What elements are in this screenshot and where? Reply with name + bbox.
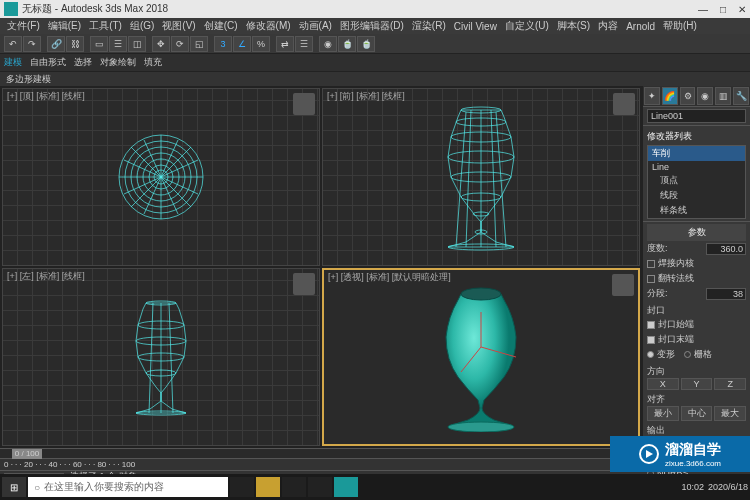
segments-spinner[interactable]: 38 [706,288,746,300]
ribbon-tab-objpaint[interactable]: 对象绘制 [100,56,136,69]
taskbar-app-browser[interactable] [308,477,332,497]
watermark-text: 溜溜自学 [665,441,721,459]
params-rollout-title[interactable]: 参数 [647,224,746,241]
menu-group[interactable]: 组(G) [127,19,157,33]
menu-view[interactable]: 视图(V) [159,19,198,33]
menu-animation[interactable]: 动画(A) [296,19,335,33]
viewcube-icon[interactable] [613,93,635,115]
menu-modifiers[interactable]: 修改器(M) [243,19,294,33]
taskbar-search[interactable]: ○ 在这里输入你要搜索的内容 [28,477,228,497]
link-button[interactable]: 🔗 [47,36,65,52]
window-titlebar: 无标题 - Autodesk 3ds Max 2018 — □ ✕ [0,0,750,18]
menu-script[interactable]: 脚本(S) [554,19,593,33]
move-button[interactable]: ✥ [152,36,170,52]
flip-normals-checkbox[interactable] [647,275,655,283]
start-button[interactable]: ⊞ [2,477,26,497]
modifier-list-label[interactable]: 修改器列表 [647,128,746,145]
select-button[interactable]: ▭ [90,36,108,52]
cap-start-checkbox[interactable] [647,321,655,329]
select-name-button[interactable]: ☰ [109,36,127,52]
dir-z-button[interactable]: Z [714,378,746,390]
taskbar-app-screenshot[interactable] [282,477,306,497]
dir-x-button[interactable]: X [647,378,679,390]
menu-create[interactable]: 创建(C) [201,19,241,33]
align-min-button[interactable]: 最小 [647,406,679,421]
ribbon-tab-freeform[interactable]: 自由形式 [30,56,66,69]
hierarchy-tab-icon[interactable]: ⚙ [680,87,696,105]
scale-button[interactable]: ◱ [190,36,208,52]
menu-graph[interactable]: 图形编辑器(D) [337,19,407,33]
angle-snap-button[interactable]: ∠ [233,36,251,52]
taskbar-app-explorer[interactable] [256,477,280,497]
windows-taskbar: ⊞ ○ 在这里输入你要搜索的内容 10:02 2020/6/18 [0,474,750,500]
undo-button[interactable]: ↶ [4,36,22,52]
menu-tools[interactable]: 工具(T) [86,19,125,33]
menu-edit[interactable]: 编辑(E) [45,19,84,33]
minimize-button[interactable]: — [698,4,708,15]
viewport-top[interactable]: [+] [顶] [标准] [线框] [2,88,320,266]
stack-item-line[interactable]: Line [648,161,745,173]
menu-help[interactable]: 帮助(H) [660,19,700,33]
stack-item-segment[interactable]: 线段 [648,188,745,203]
viewport-perspective[interactable]: [+] [透视] [标准] [默认明暗处理] [322,268,640,446]
object-name-field[interactable]: Line001 [647,109,746,123]
menu-arnold[interactable]: Arnold [623,21,658,32]
degrees-spinner[interactable]: 360.0 [706,243,746,255]
display-tab-icon[interactable]: ▥ [715,87,731,105]
utilities-tab-icon[interactable]: 🔧 [733,87,749,105]
task-view-icon[interactable] [230,477,254,497]
rotate-button[interactable]: ⟳ [171,36,189,52]
morph-radio[interactable] [647,351,654,358]
viewport-left[interactable]: [+] [左] [标准] [线框] [2,268,320,446]
menu-render[interactable]: 渲染(R) [409,19,449,33]
window-title: 无标题 - Autodesk 3ds Max 2018 [22,2,698,16]
menu-content[interactable]: 内容 [595,19,621,33]
viewcube-icon[interactable] [612,274,634,296]
modify-tab-icon[interactable]: 🌈 [662,87,678,105]
mirror-button[interactable]: ⇄ [276,36,294,52]
stack-item-vertex[interactable]: 顶点 [648,173,745,188]
menu-file[interactable]: 文件(F) [4,19,43,33]
viewcube-icon[interactable] [293,273,315,295]
render-setup-button[interactable]: 🍵 [338,36,356,52]
select-region-button[interactable]: ◫ [128,36,146,52]
taskbar-app-3dsmax[interactable] [334,477,358,497]
percent-snap-button[interactable]: % [252,36,270,52]
viewport-front[interactable]: [+] [前] [标准] [线框] [322,88,640,266]
menu-civilview[interactable]: Civil View [451,21,500,32]
viewport-left-label[interactable]: [+] [左] [标准] [线框] [7,270,85,283]
grid-label: 栅格 [694,348,712,361]
viewcube-icon[interactable] [293,93,315,115]
render-button[interactable]: 🍵 [357,36,375,52]
stack-item-lathe[interactable]: 车削 [648,146,745,161]
ribbon-tab-modeling[interactable]: 建模 [4,56,22,69]
align-button[interactable]: ☰ [295,36,313,52]
close-button[interactable]: ✕ [738,4,746,15]
unlink-button[interactable]: ⛓ [66,36,84,52]
viewport-front-label[interactable]: [+] [前] [标准] [线框] [327,90,405,103]
viewport-top-label[interactable]: [+] [顶] [标准] [线框] [7,90,85,103]
align-max-button[interactable]: 最大 [714,406,746,421]
time-slider-thumb[interactable]: 0 / 100 [12,449,42,459]
motion-tab-icon[interactable]: ◉ [697,87,713,105]
maximize-button[interactable]: □ [720,4,726,15]
create-tab-icon[interactable]: ✦ [644,87,660,105]
system-tray[interactable]: 10:02 2020/6/18 [681,482,748,492]
snap-toggle-button[interactable]: 3 [214,36,232,52]
svg-point-38 [461,288,501,300]
cap-end-checkbox[interactable] [647,336,655,344]
vase-left-wireframe [116,297,206,417]
material-editor-button[interactable]: ◉ [319,36,337,52]
play-icon [639,444,659,464]
watermark-url: zixue.3d66.com [665,459,721,468]
align-center-button[interactable]: 中心 [681,406,713,421]
dir-y-button[interactable]: Y [681,378,713,390]
ribbon-tab-selection[interactable]: 选择 [74,56,92,69]
stack-item-spline[interactable]: 样条线 [648,203,745,218]
redo-button[interactable]: ↷ [23,36,41,52]
menu-customize[interactable]: 自定义(U) [502,19,552,33]
weld-core-checkbox[interactable] [647,260,655,268]
ribbon-tab-populate[interactable]: 填充 [144,56,162,69]
modifier-stack[interactable]: 车削 Line 顶点 线段 样条线 [647,145,746,219]
grid-radio[interactable] [684,351,691,358]
